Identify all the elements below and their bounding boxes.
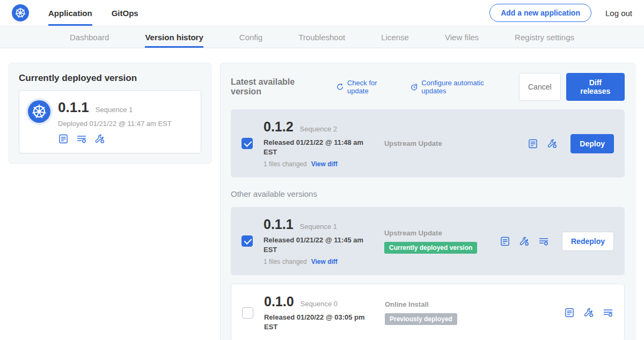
view-diff-link[interactable]: View diff [311, 258, 338, 265]
subnav-tab-troubleshoot[interactable]: Troubleshoot [298, 26, 345, 48]
version-checkbox[interactable] [241, 138, 253, 149]
sequence-label: Sequence 0 [301, 300, 338, 308]
version-checkbox[interactable] [242, 307, 253, 319]
edit-config-icon[interactable] [519, 236, 530, 247]
previously-deployed-badge: Previously deployed [385, 313, 457, 325]
kubernetes-app-icon [28, 100, 50, 123]
add-new-application-button[interactable]: Add a new application [489, 4, 591, 22]
version-source-label: Online Install [385, 300, 489, 308]
currently-deployed-card: Currently deployed version 0.1.1 Sequenc… [9, 63, 211, 164]
other-available-versions-title: Other available versions [231, 189, 625, 198]
sequence-label: Sequence 1 [300, 223, 337, 231]
subnav-tab-config[interactable]: Config [239, 26, 262, 48]
app-sub-nav: Dashboard Version history Config Trouble… [0, 26, 644, 48]
release-notes-icon[interactable] [564, 307, 575, 318]
deploy-logs-icon[interactable] [538, 236, 549, 247]
top-nav-tabs: Application GitOps [48, 0, 138, 26]
latest-available-title: Latest available version [231, 77, 324, 97]
edit-config-icon[interactable] [583, 307, 594, 318]
release-notes-icon[interactable] [528, 138, 538, 149]
clock-update-icon [410, 83, 418, 91]
version-row: 0.1.2 Sequence 2 Released 01/21/22 @ 11:… [231, 109, 625, 178]
subnav-tab-dashboard[interactable]: Dashboard [70, 26, 109, 48]
deployed-sequence-label: Sequence 1 [96, 106, 133, 114]
deploy-button[interactable]: Deploy [570, 134, 614, 153]
subnav-tab-registry-settings[interactable]: Registry settings [515, 26, 574, 48]
version-number: 0.1.1 [264, 217, 294, 232]
tab-application[interactable]: Application [48, 0, 92, 26]
version-number: 0.1.2 [264, 119, 294, 135]
deployed-timestamp: Deployed 01/21/22 @ 11:47 am EST [58, 120, 172, 128]
log-out-link[interactable]: Log out [605, 9, 632, 18]
released-timestamp: Released 01/21/22 @ 11:48 am EST [264, 138, 367, 157]
subnav-tab-version-history[interactable]: Version history [145, 26, 203, 48]
view-diff-link[interactable]: View diff [311, 160, 338, 168]
version-row: 0.1.0 Sequence 0 Released 01/20/22 @ 03:… [231, 284, 625, 340]
configure-automatic-updates-link[interactable]: Configure automatic updates [410, 79, 507, 95]
sequence-label: Sequence 2 [300, 125, 337, 133]
subnav-tab-view-files[interactable]: View files [445, 26, 479, 48]
deploy-logs-icon[interactable] [603, 307, 613, 318]
available-versions-panel: Latest available version Check for updat… [220, 63, 635, 340]
version-number: 0.1.0 [264, 294, 294, 309]
files-changed-label: 1 files changed [264, 258, 307, 265]
version-source-label: Upstream Update [384, 139, 489, 147]
check-for-update-link[interactable]: Check for update [336, 79, 398, 95]
deployed-version-card: 0.1.1 Sequence 1 Deployed 01/21/22 @ 11:… [19, 90, 201, 153]
version-checkbox[interactable] [241, 235, 253, 247]
cancel-button[interactable]: Cancel [519, 73, 561, 101]
released-timestamp: Released 01/20/22 @ 03:05 pm EST [264, 313, 367, 331]
currently-deployed-title: Currently deployed version [9, 63, 211, 90]
release-notes-icon[interactable] [500, 236, 510, 247]
deployed-version-number: 0.1.1 [58, 99, 89, 116]
currently-deployed-badge: Currently deployed version [384, 242, 477, 254]
redeploy-button[interactable]: Redeploy [562, 232, 614, 251]
top-nav: Application GitOps Add a new application… [0, 0, 644, 26]
released-timestamp: Released 01/21/22 @ 11:45 am EST [264, 235, 367, 254]
edit-config-icon[interactable] [94, 134, 105, 144]
release-notes-icon[interactable] [58, 134, 69, 144]
diff-releases-button[interactable]: Diff releases [566, 73, 625, 101]
subnav-tab-license[interactable]: License [381, 26, 409, 48]
version-source-label: Upstream Update [384, 229, 489, 237]
edit-config-icon[interactable] [547, 138, 558, 149]
deploy-logs-icon[interactable] [76, 134, 87, 144]
tab-gitops[interactable]: GitOps [112, 0, 138, 26]
refresh-icon [336, 83, 344, 91]
version-row: 0.1.1 Sequence 1 Released 01/21/22 @ 11:… [231, 207, 625, 275]
main-content: Currently deployed version 0.1.1 Sequenc… [0, 48, 644, 340]
kubernetes-logo-icon [12, 4, 29, 21]
files-changed-label: 1 files changed [264, 160, 307, 168]
